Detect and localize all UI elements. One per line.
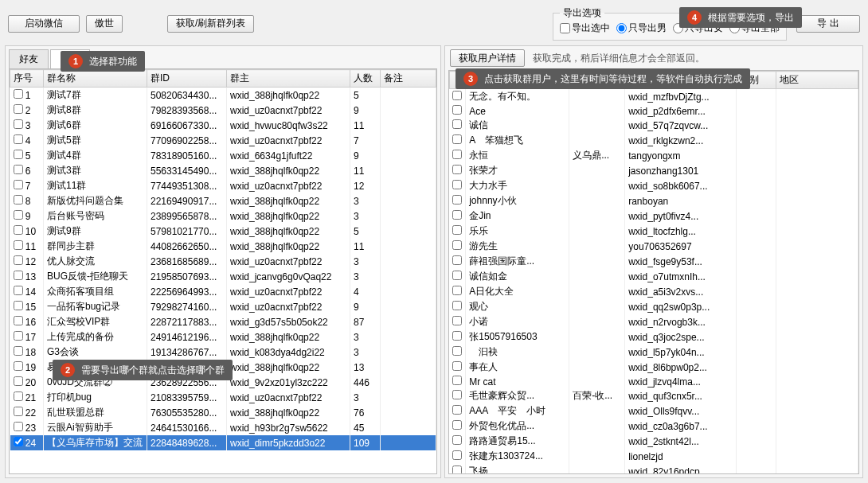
row-checkbox[interactable] bbox=[14, 255, 23, 265]
col-remark[interactable]: 备注 bbox=[381, 70, 436, 88]
row-checkbox[interactable] bbox=[14, 180, 23, 189]
col-group-name[interactable]: 群名称 bbox=[44, 70, 147, 88]
table-row[interactable]: 5测试4群78318905160...wxid_6634g1jfuft229 bbox=[10, 148, 436, 163]
table-row[interactable]: 24【义乌库存市场】交流22848489628...wxid_dimr5pkzd… bbox=[10, 435, 436, 450]
start-wechat-button[interactable]: 启动微信 bbox=[8, 15, 80, 33]
col-owner[interactable]: 群主 bbox=[227, 70, 350, 88]
row-checkbox[interactable] bbox=[14, 407, 23, 416]
table-row[interactable]: 16汇众驾校VIP群22872117883...wxid_g3d57s5b05o… bbox=[10, 314, 436, 329]
row-checkbox[interactable] bbox=[14, 361, 23, 371]
table-row[interactable]: 游先生you706352697 bbox=[449, 239, 858, 254]
col-group-id[interactable]: 群ID bbox=[147, 70, 227, 88]
row-checkbox[interactable] bbox=[452, 225, 462, 235]
row-checkbox[interactable] bbox=[452, 150, 462, 159]
row-checkbox[interactable] bbox=[14, 210, 23, 220]
row-checkbox[interactable] bbox=[14, 376, 23, 386]
row-checkbox[interactable] bbox=[14, 134, 23, 144]
table-row[interactable]: 毛世豪辉众贸...百荣-收...wxid_quf3cnx5r... bbox=[449, 388, 858, 403]
group-list[interactable]: 序号 群名称 群ID 群主 人数 备注 1测试7群50820634430...w… bbox=[9, 68, 437, 474]
table-row[interactable]: 张建东1303724...lionelzjd bbox=[449, 449, 858, 464]
row-checkbox[interactable] bbox=[452, 465, 462, 474]
row-checkbox[interactable] bbox=[452, 346, 462, 356]
table-row[interactable]: 无念。有不知。wxid_mzfbvDjZtg... bbox=[449, 89, 858, 105]
member-list[interactable]: 昵称 群备注 微信号 性别 地区 无念。有不知。wxid_mzfbvDjZtg.… bbox=[448, 70, 859, 474]
row-checkbox[interactable] bbox=[14, 346, 23, 356]
row-checkbox[interactable] bbox=[452, 195, 462, 204]
table-row[interactable]: A 笨猫想飞wxid_rklgkzwn2... bbox=[449, 133, 858, 148]
col-count[interactable]: 人数 bbox=[350, 70, 381, 88]
table-row[interactable]: Acewxid_p2dfx6emr... bbox=[449, 104, 858, 118]
row-checkbox[interactable] bbox=[452, 286, 462, 295]
tab-friends[interactable]: 好友 bbox=[9, 49, 49, 68]
table-row[interactable]: 飞扬wxid_82y16pdcp... bbox=[449, 464, 858, 474]
row-checkbox[interactable] bbox=[14, 391, 23, 401]
table-row[interactable]: 2测试8群79828393568...wxid_uz0acnxt7pbf229 bbox=[10, 103, 436, 118]
row-checkbox[interactable] bbox=[452, 165, 462, 174]
col-no[interactable]: 序号 bbox=[10, 70, 44, 88]
table-row[interactable]: 观心wxid_qq2sw0p3p... bbox=[449, 299, 858, 314]
row-checkbox[interactable] bbox=[452, 91, 462, 100]
table-row[interactable]: 11群同步主群44082662650...wxid_388jhqlfk0qp22… bbox=[10, 239, 436, 254]
table-row[interactable]: 10测试9群57981021770...wxid_388jhqlfk0qp225 bbox=[10, 224, 436, 239]
export-selected-checkbox[interactable]: 导出选中 bbox=[560, 21, 610, 35]
table-row[interactable]: 18G3会谈19134286767...wxid_k083dya4dg2i223 bbox=[10, 345, 436, 360]
row-checkbox[interactable] bbox=[14, 286, 23, 295]
row-checkbox[interactable] bbox=[452, 301, 462, 310]
row-checkbox[interactable] bbox=[14, 437, 23, 446]
table-row[interactable]: 21打印机bug21083395759...wxid_uz0acnxt7pbf2… bbox=[10, 390, 436, 405]
table-row[interactable]: AAA 平安 小时wxid_Olls9fqvv... bbox=[449, 403, 858, 419]
row-checkbox[interactable] bbox=[452, 450, 462, 460]
row-checkbox[interactable] bbox=[452, 105, 462, 115]
row-checkbox[interactable] bbox=[14, 119, 23, 129]
row-checkbox[interactable] bbox=[452, 331, 462, 341]
only-male-radio[interactable]: 只导出男 bbox=[616, 21, 667, 35]
table-row[interactable]: 路路通贸易15...wxid_2stknt42l... bbox=[449, 434, 858, 449]
row-checkbox[interactable] bbox=[14, 331, 23, 341]
table-row[interactable]: 外贸包化优品...wxid_cz0a3g6b7... bbox=[449, 419, 858, 434]
row-checkbox[interactable] bbox=[452, 180, 462, 189]
row-checkbox[interactable] bbox=[14, 89, 23, 99]
table-row[interactable]: 大力水手wxid_so8bk6067... bbox=[449, 178, 858, 193]
row-checkbox[interactable] bbox=[452, 240, 462, 250]
row-checkbox[interactable] bbox=[452, 435, 462, 445]
row-checkbox[interactable] bbox=[14, 316, 23, 325]
table-row[interactable]: 永恒义乌鼎...tangyongxm bbox=[449, 148, 858, 163]
table-row[interactable]: 23云眼Ai智剪助手24641530166...wxid_h93br2g7sw5… bbox=[10, 420, 436, 435]
row-checkbox[interactable] bbox=[14, 240, 23, 250]
row-checkbox[interactable] bbox=[452, 271, 462, 280]
table-row[interactable]: 诚信wxid_57q7zqvcw... bbox=[449, 118, 858, 133]
table-row[interactable]: 9后台账号密码23899565878...wxid_388jhqlfk0qp22… bbox=[10, 208, 436, 224]
col-region[interactable]: 地区 bbox=[776, 72, 858, 89]
row-checkbox[interactable] bbox=[452, 361, 462, 371]
row-checkbox[interactable] bbox=[452, 376, 462, 385]
table-row[interactable]: 6测试3群55633145490...wxid_388jhqlfk0qp2211 bbox=[10, 163, 436, 178]
row-checkbox[interactable] bbox=[14, 104, 23, 114]
row-checkbox[interactable] bbox=[452, 390, 462, 399]
row-checkbox[interactable] bbox=[14, 271, 23, 280]
table-row[interactable]: 14众商拓客项目组22256964993...wxid_uz0acnxt7pbf… bbox=[10, 284, 436, 299]
table-row[interactable]: 小诺wxid_n2rvogb3k... bbox=[449, 314, 858, 329]
export-button[interactable]: 导 出 bbox=[796, 15, 860, 33]
table-row[interactable]: 15一品拓客bug记录79298274160...wxid_uz0acnxt7p… bbox=[10, 299, 436, 314]
table-row[interactable]: 汩袂wxid_l5p7yk04n... bbox=[449, 345, 858, 360]
table-row[interactable]: 张15057916503wxid_q3joc2spe... bbox=[449, 329, 858, 345]
table-row[interactable]: 事在人wxid_8l6bpw0p2... bbox=[449, 360, 858, 375]
table-row[interactable]: johnny小伙ranboyan bbox=[449, 193, 858, 208]
table-row[interactable]: 薛祖强国际童...wxid_fsge9y53f... bbox=[449, 254, 858, 269]
table-row[interactable]: 13BUG反馈-拒绝聊天21958507693...wxid_jcanvg6g0… bbox=[10, 269, 436, 284]
row-checkbox[interactable] bbox=[14, 301, 23, 310]
refresh-groups-button[interactable]: 获取/刷新群列表 bbox=[167, 15, 254, 33]
row-checkbox[interactable] bbox=[14, 225, 23, 235]
row-checkbox[interactable] bbox=[452, 316, 462, 325]
row-checkbox[interactable] bbox=[452, 210, 462, 220]
table-row[interactable]: 7测试11群77449351308...wxid_uz0acnxt7pbf221… bbox=[10, 178, 436, 193]
table-row[interactable]: 乐乐wxid_ltocfzhlg... bbox=[449, 224, 858, 239]
table-row[interactable]: 17上传完成的备份24914612196...wxid_388jhqlfk0qp… bbox=[10, 329, 436, 345]
table-row[interactable]: 22乱世联盟总群76305535280...wxid_388jhqlfk0qp2… bbox=[10, 405, 436, 420]
table-row[interactable]: 1测试7群50820634430...wxid_388jhqlfk0qp225 bbox=[10, 88, 436, 103]
row-checkbox[interactable] bbox=[452, 405, 462, 415]
row-checkbox[interactable] bbox=[14, 422, 23, 431]
row-checkbox[interactable] bbox=[14, 165, 23, 174]
table-row[interactable]: 4测试5群77096902258...wxid_uz0acnxt7pbf227 bbox=[10, 133, 436, 148]
row-checkbox[interactable] bbox=[14, 150, 23, 159]
